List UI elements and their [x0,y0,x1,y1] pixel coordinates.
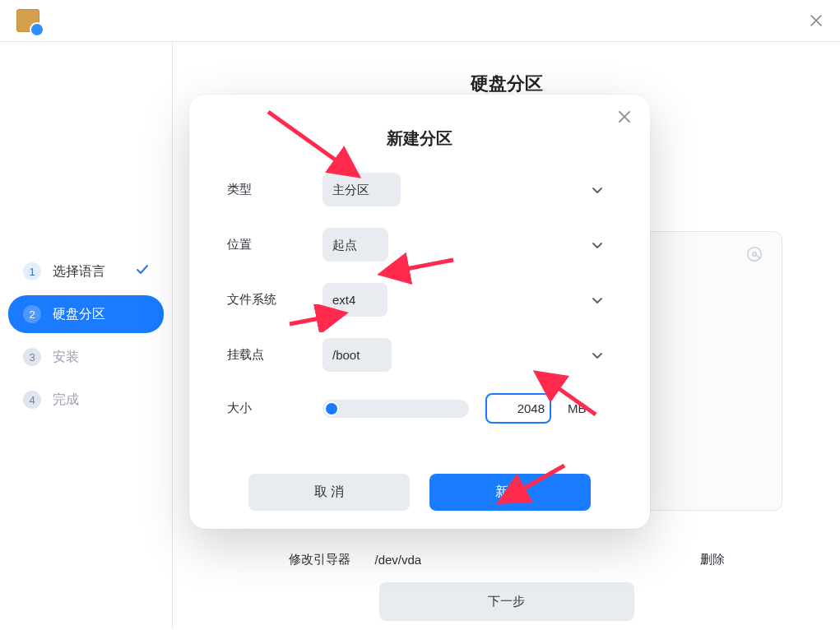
row-position: 位置 起点 [227,228,612,262]
steps-sidebar: 1 选择语言 2 硬盘分区 3 安装 4 完成 [0,42,173,629]
page-title: 硬盘分区 [173,72,840,96]
type-label: 类型 [227,182,306,197]
step-partition[interactable]: 2 硬盘分区 [8,295,164,333]
check-icon [136,263,149,280]
dialog-title: 新建分区 [227,127,612,150]
window-close-button[interactable] [809,13,824,28]
step-number: 3 [23,348,41,366]
row-filesystem: 文件系统 ext4 [227,283,612,317]
step-label: 硬盘分区 [53,306,105,323]
chevron-down-icon [592,348,602,363]
step-number: 2 [23,305,41,323]
cancel-button[interactable]: 取 消 [248,474,410,511]
bootloader-row: 修改引导器 /dev/vda 删除 [289,552,725,567]
chevron-down-icon [592,238,602,252]
harddrive-icon [745,245,763,263]
row-size: 大小 MB [227,393,612,424]
next-button[interactable]: 下一步 [379,582,634,621]
new-partition-dialog: 新建分区 类型 主分区 位置 起点 文件系统 ext4 [189,95,650,529]
filesystem-select[interactable]: ext4 [323,283,388,317]
step-language[interactable]: 1 选择语言 [8,252,164,290]
delete-button[interactable]: 删除 [700,552,725,567]
size-slider[interactable] [323,400,469,418]
chevron-down-icon [592,293,602,308]
step-label: 安装 [53,349,79,366]
slider-thumb[interactable] [324,401,339,416]
mountpoint-select[interactable]: /boot [323,338,392,372]
step-finish[interactable]: 4 完成 [8,381,164,419]
app-logo-icon [16,9,39,32]
row-mountpoint: 挂载点 /boot [227,338,612,372]
filesystem-label: 文件系统 [227,292,306,308]
position-label: 位置 [227,237,306,252]
step-install[interactable]: 3 安装 [8,338,164,376]
chevron-down-icon [592,183,602,197]
step-number: 1 [23,262,41,280]
mountpoint-label: 挂载点 [227,347,306,363]
bottom-area: 修改引导器 /dev/vda 删除 下一步 [173,552,840,621]
size-label: 大小 [227,401,306,416]
title-bar [0,0,840,41]
position-select[interactable]: 起点 [323,228,388,262]
step-label: 完成 [53,391,79,409]
step-number: 4 [23,391,41,409]
bootloader-value[interactable]: /dev/vda [350,553,700,567]
dialog-close-button[interactable] [617,109,632,124]
type-select[interactable]: 主分区 [323,173,401,206]
create-button[interactable]: 新 建 [429,474,591,511]
row-type: 类型 主分区 [227,173,612,206]
size-input[interactable] [485,393,551,424]
size-unit: MB [568,401,587,415]
bootloader-label[interactable]: 修改引导器 [289,552,350,567]
step-label: 选择语言 [53,263,105,280]
